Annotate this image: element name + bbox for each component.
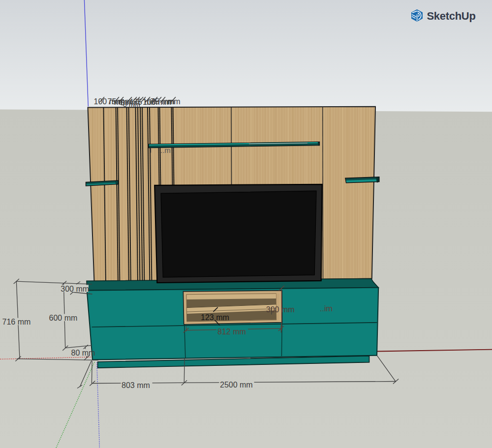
svg-text:2500 mm: 2500 mm [220, 381, 253, 389]
svg-text:80 mm: 80 mm [71, 349, 95, 357]
svg-text:812 mm: 812 mm [217, 328, 246, 336]
svg-text:8 mm: 8 mm [123, 100, 140, 108]
svg-text:..im: ..im [320, 304, 333, 313]
svg-text:716 mm: 716 mm [2, 318, 31, 326]
svg-text:..m: ..m [160, 146, 171, 154]
svg-text:SketchUp: SketchUp [427, 10, 476, 22]
svg-text:600 mm: 600 mm [49, 314, 78, 322]
svg-text:300 mm: 300 mm [266, 305, 295, 314]
svg-text:300 mm: 300 mm [61, 285, 89, 293]
svg-text:803 mm: 803 mm [122, 381, 150, 389]
